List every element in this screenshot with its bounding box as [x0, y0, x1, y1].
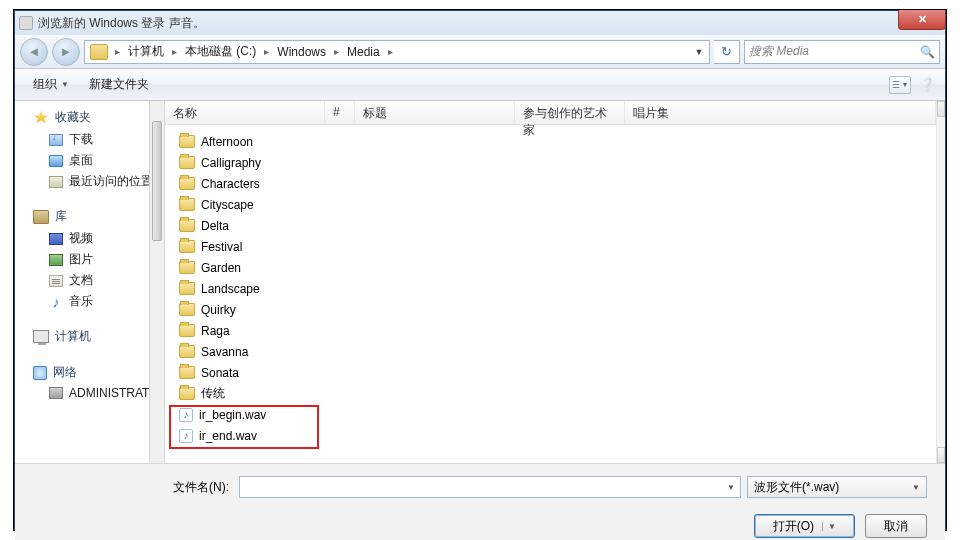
sidebar-item-music[interactable]: ♪音乐 [15, 291, 164, 312]
column-headers: 名称 # 标题 参与创作的艺术家 唱片集 [165, 101, 936, 125]
network-icon [33, 366, 47, 380]
folder-row[interactable]: Sonata [171, 362, 930, 383]
sidebar-item-recent[interactable]: 最近访问的位置 [15, 171, 164, 192]
breadcrumb-item[interactable]: Windows [273, 45, 330, 59]
open-dropdown[interactable]: ▼ [822, 522, 836, 531]
nav-forward-button[interactable]: ► [52, 38, 80, 66]
cancel-button[interactable]: 取消 [865, 514, 927, 538]
folder-icon [179, 240, 195, 253]
sidebar-libraries-header[interactable]: 库 [15, 205, 164, 228]
toolbar: 组织▼ 新建文件夹 ☰ ▼ ❔ [15, 69, 945, 101]
breadcrumb[interactable]: ▸ 计算机 ▸ 本地磁盘 (C:) ▸ Windows ▸ Media ▸ ▼ [84, 40, 710, 64]
folder-name: Sonata [201, 366, 239, 380]
folder-icon [179, 345, 195, 358]
folder-row[interactable]: Quirky [171, 299, 930, 320]
window-title: 浏览新的 Windows 登录 声音。 [38, 15, 205, 32]
document-icon [49, 275, 63, 287]
sidebar-network-header[interactable]: 网络 [15, 361, 164, 384]
folder-icon [179, 261, 195, 274]
folder-row[interactable]: Raga [171, 320, 930, 341]
new-folder-button[interactable]: 新建文件夹 [81, 73, 157, 96]
folder-row[interactable]: Afternoon [171, 131, 930, 152]
folder-row[interactable]: 传统 [171, 383, 930, 404]
sound-icon [19, 16, 33, 30]
refresh-button[interactable]: ↻ [714, 40, 740, 64]
filetype-select[interactable]: 波形文件(*.wav)▼ [747, 476, 927, 498]
sidebar-item-documents[interactable]: 文档 [15, 270, 164, 291]
download-icon [49, 134, 63, 146]
highlight-annotation [169, 405, 319, 449]
sidebar-item-downloads[interactable]: 下载 [15, 129, 164, 150]
file-dialog-window: 浏览新的 Windows 登录 声音。 ✕ ◄ ► ▸ 计算机 ▸ 本地磁盘 (… [14, 10, 946, 530]
folder-row[interactable]: Savanna [171, 341, 930, 362]
search-input[interactable]: 搜索 Media 🔍 [744, 40, 940, 64]
chevron-right-icon: ▸ [113, 46, 122, 57]
scrollbar-thumb[interactable] [152, 121, 162, 241]
folder-row[interactable]: Cityscape [171, 194, 930, 215]
sidebar-computer-header[interactable]: 计算机 [15, 325, 164, 348]
folder-icon [179, 219, 195, 232]
folder-name: Landscape [201, 282, 260, 296]
folder-row[interactable]: Landscape [171, 278, 930, 299]
search-placeholder: 搜索 Media [749, 43, 809, 60]
breadcrumb-dropdown[interactable]: ▼ [691, 47, 707, 57]
folder-name: Cityscape [201, 198, 254, 212]
column-artist[interactable]: 参与创作的艺术家 [515, 101, 625, 124]
folder-row[interactable]: Calligraphy [171, 152, 930, 173]
folder-name: Calligraphy [201, 156, 261, 170]
sidebar: 收藏夹 下载 桌面 最近访问的位置 库 视频 图片 文档 ♪音乐 计算机 网络 … [15, 101, 165, 463]
sidebar-item-administrator[interactable]: ADMINISTRATO [15, 384, 164, 402]
chevron-right-icon: ▸ [262, 46, 271, 57]
nav-bar: ◄ ► ▸ 计算机 ▸ 本地磁盘 (C:) ▸ Windows ▸ Media … [15, 35, 945, 69]
desktop-icon [49, 155, 63, 167]
search-icon: 🔍 [920, 45, 935, 59]
sidebar-item-desktop[interactable]: 桌面 [15, 150, 164, 171]
sidebar-item-videos[interactable]: 视频 [15, 228, 164, 249]
column-name[interactable]: 名称 [165, 101, 325, 124]
column-title[interactable]: 标题 [355, 101, 515, 124]
folder-icon [179, 135, 195, 148]
folder-icon [90, 44, 108, 60]
breadcrumb-item[interactable]: 计算机 [124, 43, 168, 60]
chevron-right-icon: ▸ [170, 46, 179, 57]
organize-button[interactable]: 组织▼ [25, 73, 77, 96]
library-icon [33, 210, 49, 224]
folder-name: Delta [201, 219, 229, 233]
folder-icon [179, 303, 195, 316]
folder-name: Afternoon [201, 135, 253, 149]
help-icon[interactable]: ❔ [919, 77, 935, 92]
pc-icon [49, 387, 63, 399]
breadcrumb-item[interactable]: Media [343, 45, 384, 59]
close-button[interactable]: ✕ [898, 10, 946, 30]
folder-icon [179, 198, 195, 211]
chevron-down-icon: ▼ [61, 80, 69, 89]
filename-input[interactable]: ▼ [239, 476, 741, 498]
nav-back-button[interactable]: ◄ [20, 38, 48, 66]
sidebar-scrollbar[interactable] [149, 101, 164, 463]
folder-row[interactable]: Festival [171, 236, 930, 257]
chevron-right-icon: ▸ [332, 46, 341, 57]
picture-icon [49, 254, 63, 266]
column-number[interactable]: # [325, 101, 355, 124]
folder-name: 传统 [201, 385, 225, 402]
file-scrollbar[interactable] [936, 101, 945, 463]
folder-row[interactable]: Characters [171, 173, 930, 194]
open-button[interactable]: 打开(O)▼ [754, 514, 855, 538]
view-options-button[interactable]: ☰ ▼ [889, 76, 911, 94]
breadcrumb-item[interactable]: 本地磁盘 (C:) [181, 43, 260, 60]
folder-name: Festival [201, 240, 242, 254]
titlebar: 浏览新的 Windows 登录 声音。 ✕ [15, 11, 945, 35]
folder-icon [179, 324, 195, 337]
chevron-down-icon[interactable]: ▼ [722, 483, 740, 492]
sidebar-item-pictures[interactable]: 图片 [15, 249, 164, 270]
folder-name: Quirky [201, 303, 236, 317]
folder-name: Garden [201, 261, 241, 275]
computer-icon [33, 330, 49, 343]
folder-row[interactable]: Garden [171, 257, 930, 278]
column-album[interactable]: 唱片集 [625, 101, 936, 124]
folder-icon [179, 387, 195, 400]
folder-name: Raga [201, 324, 230, 338]
sidebar-favorites-header[interactable]: 收藏夹 [15, 106, 164, 129]
folder-icon [179, 282, 195, 295]
folder-row[interactable]: Delta [171, 215, 930, 236]
